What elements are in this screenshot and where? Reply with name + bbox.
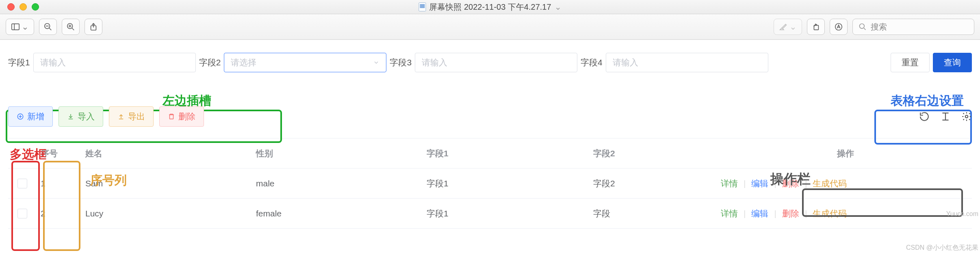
op-delete[interactable]: 删除 bbox=[781, 208, 801, 219]
mac-titlebar: 屏幕快照 2022-11-03 下午4.27.17 ⌄ bbox=[0, 0, 980, 14]
svg-point-13 bbox=[860, 24, 865, 29]
col-operation: 操作 bbox=[719, 148, 972, 159]
svg-rect-11 bbox=[814, 25, 818, 30]
table-header-row: 序号 姓名 性别 字段1 字段2 操作 bbox=[8, 138, 972, 169]
svg-line-3 bbox=[49, 28, 52, 30]
import-button[interactable]: 导入 bbox=[59, 106, 103, 127]
query-button[interactable]: 查询 bbox=[933, 53, 972, 72]
svg-point-26 bbox=[965, 115, 968, 118]
cell-f1: 字段1 bbox=[427, 208, 593, 219]
cell-f2: 字段2 bbox=[593, 178, 719, 189]
col-field2: 字段2 bbox=[593, 148, 719, 159]
filter2-placeholder: 请选择 bbox=[231, 57, 256, 68]
density-icon[interactable] bbox=[940, 111, 951, 122]
filter2-select[interactable]: 请选择 bbox=[224, 53, 386, 72]
maximize-window-button[interactable] bbox=[32, 3, 39, 11]
svg-rect-0 bbox=[12, 24, 19, 30]
annotation-box-idx bbox=[43, 161, 80, 251]
filter4-label: 字段4 bbox=[581, 57, 603, 68]
watermark-csdn: CSDN @小小红色无花果 bbox=[906, 244, 978, 252]
col-field1: 字段1 bbox=[427, 148, 593, 159]
col-sex: 性别 bbox=[256, 148, 427, 159]
annotation-idx-col: 序号列 bbox=[90, 172, 127, 189]
svg-line-6 bbox=[72, 28, 74, 30]
highlight-button[interactable]: ⌄ bbox=[774, 19, 802, 35]
table-settings-group bbox=[919, 111, 972, 122]
reset-button[interactable]: 重置 bbox=[891, 53, 930, 72]
search-placeholder: 搜索 bbox=[871, 22, 887, 32]
zoom-in-button[interactable] bbox=[62, 19, 80, 35]
upload-icon bbox=[117, 113, 125, 120]
cell-f1: 字段1 bbox=[427, 178, 593, 189]
op-detail[interactable]: 详情 bbox=[719, 178, 739, 189]
mac-toolbar: ⌄ ⌄ 搜索 bbox=[0, 14, 980, 40]
filter3-input[interactable] bbox=[415, 53, 577, 72]
op-gen[interactable]: 生成代码 bbox=[811, 178, 848, 189]
export-button[interactable]: 导出 bbox=[109, 106, 154, 127]
refresh-icon[interactable] bbox=[919, 111, 930, 122]
minimize-window-button[interactable] bbox=[20, 3, 27, 11]
filter1-input[interactable] bbox=[33, 53, 196, 72]
op-detail[interactable]: 详情 bbox=[719, 208, 739, 219]
search-icon bbox=[859, 23, 867, 31]
cell-sex: male bbox=[256, 179, 427, 188]
share-button[interactable] bbox=[85, 19, 102, 35]
zoom-group bbox=[39, 19, 80, 35]
watermark-yuucn: Yuucn.com bbox=[946, 210, 978, 218]
action-bar: 新增 导入 导出 删除 bbox=[8, 106, 972, 127]
toolbar-search[interactable]: 搜索 bbox=[852, 19, 974, 35]
close-window-button[interactable] bbox=[7, 3, 15, 11]
op-edit[interactable]: 编辑 bbox=[750, 208, 770, 219]
document-icon bbox=[418, 2, 426, 11]
chevron-down-icon bbox=[373, 59, 379, 66]
rotate-button[interactable] bbox=[807, 19, 825, 35]
plus-circle-icon bbox=[17, 113, 24, 120]
annotation-multiselect: 多选框 bbox=[10, 146, 46, 163]
window-title: 屏幕快照 2022-11-03 下午4.27.17 ⌄ bbox=[418, 2, 561, 13]
filter4-input[interactable] bbox=[606, 53, 768, 72]
filter3-label: 字段3 bbox=[390, 57, 412, 68]
download-icon bbox=[67, 113, 74, 120]
markup-button[interactable] bbox=[830, 19, 848, 35]
title-chevron-icon[interactable]: ⌄ bbox=[555, 2, 562, 12]
delete-button[interactable]: 删除 bbox=[159, 106, 204, 127]
annotation-op-col: 操作栏 bbox=[770, 170, 811, 188]
col-name: 姓名 bbox=[85, 148, 256, 159]
svg-rect-22 bbox=[170, 115, 173, 119]
traffic-lights bbox=[0, 3, 39, 11]
trash-icon bbox=[168, 113, 175, 120]
cell-f2: 字段 bbox=[593, 208, 719, 219]
annotation-box-multiselect bbox=[11, 161, 40, 251]
annotation-box-opcol bbox=[802, 188, 963, 217]
sidebar-toggle-button[interactable]: ⌄ bbox=[6, 19, 34, 35]
add-button[interactable]: 新增 bbox=[8, 106, 53, 127]
cell-sex: female bbox=[256, 209, 427, 218]
filter2-label: 字段2 bbox=[199, 57, 221, 68]
window-title-text: 屏幕快照 2022-11-03 下午4.27.17 bbox=[429, 2, 551, 13]
op-edit[interactable]: 编辑 bbox=[750, 178, 770, 189]
filter1-label: 字段1 bbox=[8, 57, 30, 68]
zoom-out-button[interactable] bbox=[39, 19, 57, 35]
cell-name: Lucy bbox=[85, 209, 256, 218]
gear-icon[interactable] bbox=[961, 111, 972, 122]
filter-bar: 字段1 字段2 请选择 字段3 字段4 重置 查询 bbox=[8, 53, 972, 72]
svg-line-14 bbox=[864, 28, 865, 30]
cell-ops: 详情| 编辑| 删除| 生成代码 bbox=[719, 178, 972, 189]
